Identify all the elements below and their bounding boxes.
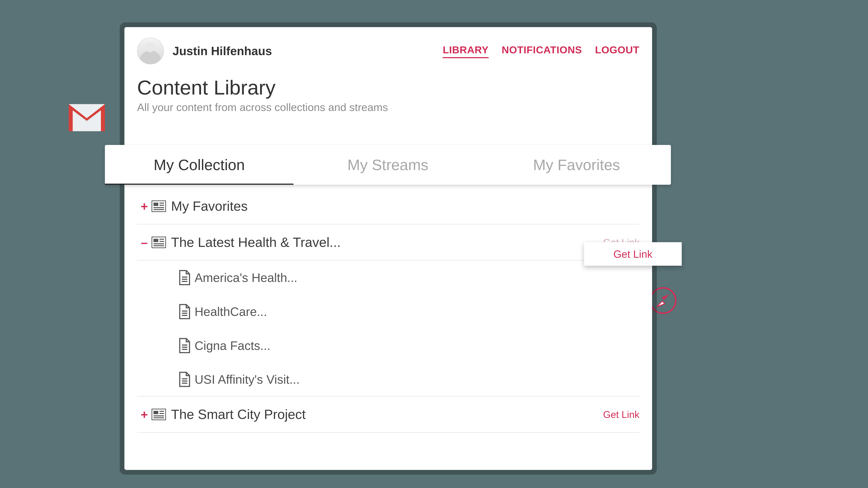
svg-rect-31 [154,411,158,414]
panel-header: Justin Hilfenhaus LIBRARY NOTIFICATIONS … [124,27,652,72]
svg-rect-13 [154,239,158,242]
get-link-tooltip[interactable]: Get Link [584,242,682,266]
tree-child-label: USI Affinity's Visit... [194,372,300,386]
gmail-icon [69,104,105,131]
svg-rect-12 [152,237,166,248]
tree-row-smart-city[interactable]: + The Smart City Project Get Link [137,396,640,433]
tree-child[interactable]: HealthCare... [137,295,640,329]
newspaper-icon [152,201,166,212]
svg-rect-7 [154,203,158,206]
tree-row-label: My Favorites [171,198,248,214]
collapse-icon[interactable]: – [137,235,152,250]
tab-my-collection[interactable]: My Collection [105,145,293,185]
document-icon [179,272,191,283]
tab-my-streams[interactable]: My Streams [293,145,482,185]
svg-marker-4 [661,294,670,300]
tree-child-label: HealthCare... [194,304,267,319]
tree-child[interactable]: Cigna Facts... [137,329,640,363]
tree-child[interactable]: America's Health... [137,261,640,295]
expand-icon[interactable]: + [137,408,152,422]
page-title-block: Content Library All your content from ac… [124,72,652,119]
document-icon [179,306,191,317]
tree-child[interactable]: USI Affinity's Visit... [137,363,640,396]
document-icon [179,340,191,351]
get-link-button[interactable]: Get Link [603,409,640,420]
tree-child-label: Cigna Facts... [194,338,271,353]
svg-rect-6 [152,201,166,212]
expand-icon[interactable]: + [137,199,152,213]
tree-row-label: The Latest Health & Travel... [171,235,341,250]
library-tabs: My Collection My Streams My Favorites [105,145,671,185]
tree-row-health[interactable]: – The Latest Health & Travel... Get Link [137,225,640,261]
nav-logout[interactable]: LOGOUT [595,44,640,58]
svg-rect-0 [69,104,105,131]
tree-row-label: The Smart City Project [171,407,306,422]
tree-child-label: America's Health... [194,270,298,285]
newspaper-icon [152,237,166,248]
svg-marker-5 [657,301,665,307]
document-icon [179,374,191,385]
nav-notifications[interactable]: NOTIFICATIONS [502,44,582,58]
page-subtitle: All your content from across collections… [137,101,640,113]
top-nav: LIBRARY NOTIFICATIONS LOGOUT [443,44,640,58]
avatar[interactable] [137,38,164,64]
tab-my-favorites[interactable]: My Favorites [482,145,671,185]
svg-rect-30 [152,409,166,420]
svg-point-3 [650,288,676,313]
page-title: Content Library [137,76,640,99]
compass-icon [650,287,677,314]
tree-row-favorites[interactable]: + My Favorites [137,188,640,225]
nav-library[interactable]: LIBRARY [443,44,489,58]
newspaper-icon [152,409,166,420]
collection-tree: + My Favorites – The Latest Health & Tra… [137,188,640,433]
library-panel: Justin Hilfenhaus LIBRARY NOTIFICATIONS … [124,27,652,470]
user-name: Justin Hilfenhaus [173,44,272,58]
